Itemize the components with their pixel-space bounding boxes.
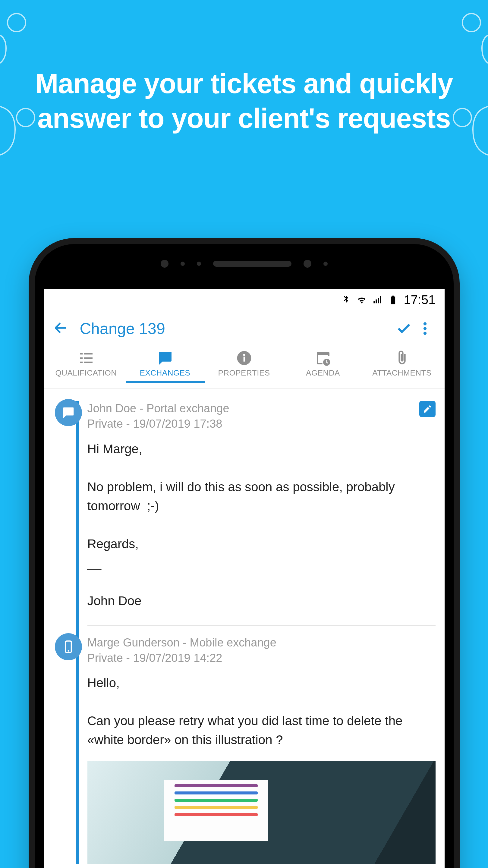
exchange-timestamp: 19/07/2019 17:38 — [133, 417, 222, 430]
app-bar: Change 139 — [44, 310, 445, 347]
exchange-timeline: John Doe - Portal exchange Private - 19/… — [44, 389, 445, 864]
confirm-button[interactable] — [393, 320, 415, 337]
divider — [87, 625, 435, 626]
overflow-menu-button[interactable] — [415, 320, 435, 337]
pencil-icon — [423, 404, 432, 414]
dots-vertical-icon — [417, 320, 433, 337]
exchange-body: Hello, Can you please retry what you did… — [72, 666, 435, 749]
info-icon — [236, 350, 252, 367]
calendar-clock-icon — [315, 350, 332, 367]
paperclip-icon — [394, 350, 410, 367]
status-bar: 17:51 — [44, 289, 445, 310]
exchange-author: Marge Gunderson — [87, 636, 180, 649]
exchange-timestamp: 19/07/2019 14:22 — [133, 652, 222, 664]
tab-exchanges[interactable]: EXCHANGES — [126, 350, 205, 389]
exchange-attachment[interactable] — [87, 761, 435, 864]
marketing-headline: Manage your tickets and quickly answer t… — [0, 66, 488, 135]
tab-strip: QUALIFICATION EXCHANGES PROPERTIES AGEND… — [44, 347, 445, 389]
svg-point-0 — [7, 13, 26, 32]
battery-icon — [388, 295, 398, 305]
tab-qualification[interactable]: QUALIFICATION — [47, 350, 126, 389]
svg-point-2 — [462, 13, 481, 32]
tab-label: AGENDA — [306, 368, 340, 378]
tab-label: QUALIFICATION — [56, 368, 117, 378]
tab-agenda[interactable]: AGENDA — [284, 350, 363, 389]
phone-screen: 17:51 Change 139 QUALIFICATION EXCHANGE — [44, 289, 445, 868]
edit-exchange-button[interactable] — [419, 401, 435, 417]
mobile-icon — [61, 640, 75, 654]
chat-icon — [61, 406, 75, 420]
svg-point-9 — [243, 354, 245, 356]
exchange-body: Hi Marge, No problem, i will do this as … — [72, 432, 435, 610]
svg-point-6 — [423, 332, 426, 335]
exchange-source-icon — [55, 633, 82, 660]
chat-icon — [157, 350, 174, 367]
bluetooth-icon — [341, 295, 351, 305]
svg-point-4 — [423, 322, 426, 325]
exchange-entry: Marge Gunderson - Mobile exchange Privat… — [72, 635, 435, 864]
svg-point-5 — [423, 327, 426, 330]
arrow-left-icon — [53, 320, 69, 336]
tab-properties[interactable]: PROPERTIES — [205, 350, 284, 389]
phone-frame: 17:51 Change 139 QUALIFICATION EXCHANGE — [29, 238, 460, 868]
signal-icon — [372, 295, 383, 305]
check-icon — [396, 320, 412, 337]
exchange-channel: Mobile exchange — [190, 636, 276, 649]
svg-point-11 — [67, 650, 69, 652]
tab-label: EXCHANGES — [140, 368, 190, 378]
list-icon — [78, 350, 95, 367]
exchange-entry: John Doe - Portal exchange Private - 19/… — [72, 401, 435, 626]
phone-sensors — [29, 253, 460, 274]
tab-label: PROPERTIES — [218, 368, 270, 378]
wifi-icon — [357, 295, 367, 305]
tab-label: ATTACHMENTS — [372, 368, 432, 378]
status-time: 17:51 — [404, 293, 435, 307]
tab-attachments[interactable]: ATTACHMENTS — [363, 350, 441, 389]
svg-rect-8 — [243, 356, 245, 361]
exchange-channel: Portal exchange — [147, 402, 230, 415]
back-button[interactable] — [53, 320, 71, 337]
exchange-author: John Doe — [87, 402, 136, 415]
exchange-visibility: Private — [87, 652, 123, 664]
exchange-source-icon — [55, 399, 82, 426]
exchange-visibility: Private — [87, 417, 123, 430]
page-title: Change 139 — [71, 319, 393, 338]
